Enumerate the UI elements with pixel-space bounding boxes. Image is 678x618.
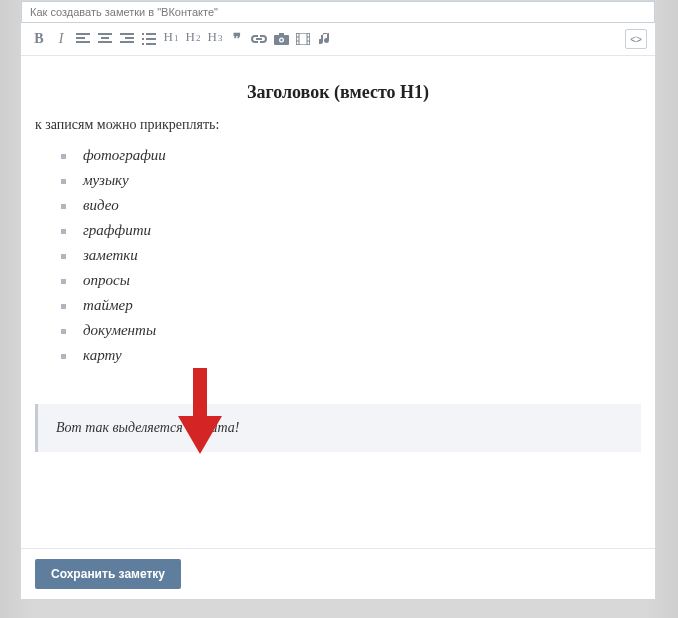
- link-button[interactable]: [249, 29, 269, 49]
- bold-button[interactable]: B: [29, 29, 49, 49]
- svg-rect-1: [76, 37, 85, 39]
- list-item: карту: [71, 343, 641, 368]
- svg-rect-21: [307, 33, 310, 45]
- list-item: документы: [71, 318, 641, 343]
- note-title-input[interactable]: [21, 1, 655, 23]
- h3-button[interactable]: H3: [205, 29, 225, 49]
- list-item: опросы: [71, 268, 641, 293]
- svg-rect-12: [146, 38, 156, 40]
- editor-content-area[interactable]: Заголовок (вместо H1) к записям можно пр…: [21, 56, 655, 548]
- annotation-arrow-icon: [178, 368, 222, 454]
- svg-rect-16: [279, 33, 284, 36]
- list-item: видео: [71, 193, 641, 218]
- blockquote-button[interactable]: ❞: [227, 29, 247, 49]
- svg-rect-5: [98, 41, 112, 43]
- h1-label: H: [164, 29, 173, 45]
- list-item: граффити: [71, 218, 641, 243]
- h1-sub: 1: [174, 33, 179, 43]
- svg-rect-11: [142, 38, 144, 40]
- h2-sub: 2: [196, 33, 201, 43]
- photo-button[interactable]: [271, 29, 291, 49]
- list-item: таймер: [71, 293, 641, 318]
- svg-rect-7: [125, 37, 134, 39]
- audio-button[interactable]: [315, 29, 335, 49]
- blockquote-example: Вот так выделяется цитата!: [35, 404, 641, 452]
- content-intro: к записям можно прикреплять:: [35, 117, 641, 133]
- h2-label: H: [186, 29, 195, 45]
- svg-rect-9: [142, 33, 144, 35]
- h2-button[interactable]: H2: [183, 29, 203, 49]
- editor-footer: Сохранить заметку: [21, 548, 655, 599]
- svg-rect-20: [296, 33, 299, 45]
- note-editor-window: B I: [20, 0, 656, 600]
- list-item: фотографии: [71, 143, 641, 168]
- h3-label: H: [208, 29, 217, 45]
- h3-sub: 3: [218, 33, 223, 43]
- svg-rect-4: [101, 37, 109, 39]
- h1-button[interactable]: H1: [161, 29, 181, 49]
- svg-rect-2: [76, 41, 90, 43]
- numbered-list-button[interactable]: [139, 29, 159, 49]
- svg-rect-0: [76, 33, 90, 35]
- svg-rect-10: [146, 33, 156, 35]
- svg-marker-26: [178, 368, 222, 454]
- svg-rect-14: [146, 43, 156, 45]
- svg-rect-3: [98, 33, 112, 35]
- list-item: музыку: [71, 168, 641, 193]
- content-heading: Заголовок (вместо H1): [35, 82, 641, 103]
- svg-rect-19: [296, 33, 310, 45]
- attachment-list: фотографии музыку видео граффити заметки…: [35, 143, 641, 368]
- align-left-button[interactable]: [73, 29, 93, 49]
- html-mode-button[interactable]: <>: [625, 29, 647, 49]
- list-item: заметки: [71, 243, 641, 268]
- video-button[interactable]: [293, 29, 313, 49]
- save-note-button[interactable]: Сохранить заметку: [35, 559, 181, 589]
- svg-rect-13: [142, 43, 144, 45]
- align-right-button[interactable]: [117, 29, 137, 49]
- editor-toolbar: B I: [21, 23, 655, 56]
- align-center-button[interactable]: [95, 29, 115, 49]
- svg-rect-6: [120, 33, 134, 35]
- svg-rect-8: [120, 41, 134, 43]
- italic-button[interactable]: I: [51, 29, 71, 49]
- svg-point-18: [280, 39, 282, 41]
